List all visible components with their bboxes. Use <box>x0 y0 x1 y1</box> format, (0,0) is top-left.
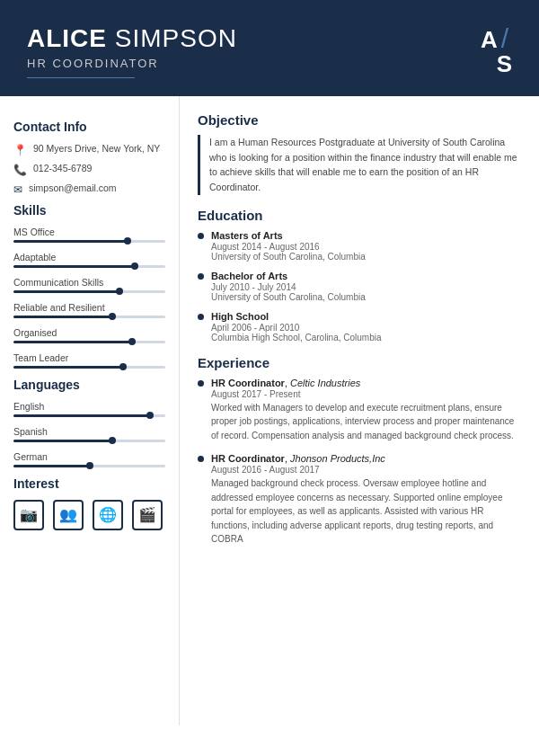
education-content: Masters of Arts August 2014 - August 201… <box>211 230 366 262</box>
education-list: Masters of Arts August 2014 - August 201… <box>198 230 521 342</box>
skill-label: Reliable and Resilient <box>13 302 165 313</box>
skill-dot <box>109 313 116 320</box>
education-content: High School April 2006 - April 2010 Colu… <box>211 311 382 342</box>
experience-item: HR Coordinator, Celtic Industries August… <box>198 378 521 443</box>
header-monogram: A/ S <box>481 25 512 76</box>
skill-label: MS Office <box>13 227 165 237</box>
main-content: Objective I am a Human Resources Postgra… <box>180 96 539 725</box>
language-bar-bg <box>13 440 165 442</box>
languages-list: English Spanish German <box>13 401 165 467</box>
education-item: High School April 2006 - April 2010 Colu… <box>198 311 521 342</box>
interests-list: 📷👥🌐🎬 <box>13 500 165 530</box>
contact-address: 📍 90 Myers Drive, New York, NY <box>13 143 165 156</box>
experience-role: HR Coordinator <box>211 453 285 464</box>
slash: / <box>501 23 508 53</box>
education-institution: Columbia High School, Carolina, Columbia <box>211 333 382 342</box>
monogram-first: A <box>481 26 498 53</box>
bullet-icon <box>198 314 204 320</box>
skill-dot <box>116 288 123 295</box>
skill-dot <box>131 262 138 270</box>
language-dot <box>146 412 154 419</box>
skill-bar-bg <box>13 366 165 369</box>
header-title: HR COORDINATOR <box>27 57 237 70</box>
skill-item: Adaptable <box>13 252 165 268</box>
email-text: simpson@email.com <box>29 182 117 193</box>
experience-date: August 2016 - August 2017 <box>211 465 521 475</box>
header-name: ALICE SIMPSON <box>27 25 237 53</box>
experience-company: Celtic Industries <box>290 378 360 388</box>
education-date: April 2006 - April 2010 <box>211 323 382 333</box>
bullet-icon <box>198 273 204 280</box>
education-degree: High School <box>211 311 382 322</box>
skill-item: Reliable and Resilient <box>13 302 165 318</box>
education-institution: University of South Carolina, Columbia <box>211 292 366 302</box>
skill-label: Communication Skills <box>13 277 165 288</box>
last-name: SIMPSON <box>115 24 237 52</box>
skills-section-title: Skills <box>13 203 165 218</box>
language-item: Spanish <box>13 426 165 442</box>
experience-section-title: Experience <box>198 355 521 370</box>
first-name: ALICE <box>27 24 107 52</box>
language-bar-fill <box>13 440 112 442</box>
resume-body: Contact Info 📍 90 Myers Drive, New York,… <box>0 96 539 725</box>
education-item: Bachelor of Arts July 2010 - July 2014 U… <box>198 271 521 302</box>
education-degree: Bachelor of Arts <box>211 271 366 281</box>
language-label: German <box>13 451 165 462</box>
skill-item: Team Leader <box>13 352 165 369</box>
monogram-second: S <box>497 50 512 77</box>
interest-icon: 🌐 <box>93 500 123 530</box>
skills-list: MS Office Adaptable Communication Skills… <box>13 227 165 369</box>
contact-section-title: Contact Info <box>13 120 165 134</box>
interest-icon: 📷 <box>13 500 44 530</box>
language-bar-bg <box>13 465 165 467</box>
skill-label: Adaptable <box>13 252 165 262</box>
education-content: Bachelor of Arts July 2010 - July 2014 U… <box>211 271 366 302</box>
education-degree: Masters of Arts <box>211 230 366 241</box>
skill-item: MS Office <box>13 227 165 243</box>
experience-content: HR Coordinator, Jhonson Products,Inc Aug… <box>211 453 521 547</box>
skill-label: Team Leader <box>13 352 165 363</box>
interest-icon: 👥 <box>53 500 84 530</box>
language-item: English <box>13 401 165 417</box>
experience-description: Worked with Managers to develop and exec… <box>211 401 521 443</box>
skill-bar-bg <box>13 265 165 268</box>
skill-bar-fill <box>13 341 132 343</box>
skill-dot <box>128 338 136 345</box>
education-section-title: Education <box>198 208 521 223</box>
location-icon: 📍 <box>13 144 27 156</box>
skill-bar-fill <box>13 265 135 268</box>
skill-bar-fill <box>13 316 112 318</box>
bullet-icon <box>198 233 204 239</box>
experience-description: Managed background check process. Oversa… <box>211 476 521 547</box>
contact-phone: 📞 012-345-6789 <box>13 163 165 176</box>
education-item: Masters of Arts August 2014 - August 201… <box>198 230 521 262</box>
experience-title-row: HR Coordinator, Celtic Industries <box>211 378 521 388</box>
skill-bar-fill <box>13 240 128 243</box>
bullet-icon <box>198 456 204 462</box>
skill-dot <box>119 363 127 370</box>
language-item: German <box>13 451 165 467</box>
experience-date: August 2017 - Present <box>211 389 521 399</box>
skill-item: Communication Skills <box>13 277 165 293</box>
education-date: July 2010 - July 2014 <box>211 282 366 292</box>
language-label: English <box>13 401 165 412</box>
interest-icon: 🎬 <box>132 500 163 530</box>
phone-icon: 📞 <box>13 164 27 176</box>
language-label: Spanish <box>13 426 165 437</box>
header-left: ALICE SIMPSON HR COORDINATOR <box>27 25 237 78</box>
address-text: 90 Myers Drive, New York, NY <box>33 143 160 154</box>
experience-list: HR Coordinator, Celtic Industries August… <box>198 378 521 547</box>
contact-email: ✉ simpson@email.com <box>13 182 165 196</box>
experience-role: HR Coordinator <box>211 378 285 388</box>
language-dot <box>109 437 116 444</box>
skill-dot <box>124 237 131 245</box>
language-dot <box>86 462 93 469</box>
interests-section-title: Interest <box>13 476 165 491</box>
resume-header: ALICE SIMPSON HR COORDINATOR A/ S <box>0 0 539 96</box>
email-icon: ✉ <box>13 183 22 196</box>
objective-text: I am a Human Resources Postgraduate at U… <box>198 135 521 195</box>
experience-company: Jhonson Products,Inc <box>290 453 385 464</box>
languages-section-title: Languages <box>13 378 165 392</box>
language-bar-fill <box>13 465 90 467</box>
skill-bar-bg <box>13 341 165 343</box>
